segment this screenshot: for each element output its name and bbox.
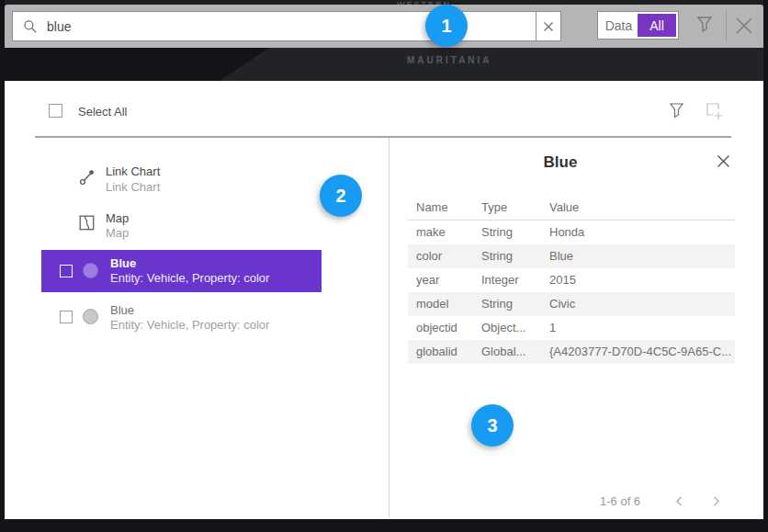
add-to-selection-button[interactable] — [706, 102, 724, 124]
pagination-next-button[interactable] — [710, 494, 722, 511]
cell-type: String — [481, 244, 513, 268]
table-row: make String Honda — [408, 221, 735, 244]
result-subtitle: Entity: Vehicle, Property: color — [110, 318, 269, 332]
result-checkbox[interactable] — [60, 311, 73, 323]
cell-type: String — [481, 292, 513, 316]
cell-value: {A4203777-D70D-4C5C-9A65-C... — [549, 340, 731, 364]
close-icon — [734, 16, 754, 36]
result-item-map[interactable] — [79, 215, 95, 234]
select-all-label: Select All — [78, 105, 127, 119]
cell-name: objectid — [416, 316, 457, 340]
chevron-left-icon — [673, 495, 685, 507]
entity-dot-icon — [83, 263, 98, 278]
cell-value: Civic — [549, 292, 575, 316]
result-title[interactable]: Link Chart — [106, 164, 160, 178]
result-subtitle: Link Chart — [106, 180, 160, 194]
toolbar-divider — [726, 10, 727, 41]
cell-name: year — [416, 268, 439, 292]
result-title: Blue — [110, 256, 136, 270]
detail-title: Blue — [404, 153, 717, 172]
column-header-name: Name — [416, 200, 448, 214]
close-icon — [717, 154, 730, 168]
cell-type: Integer — [481, 268, 518, 292]
map-landmass — [5, 48, 280, 81]
callout-badge-1: 1 — [425, 5, 468, 47]
scope-option-data[interactable]: Data — [600, 14, 638, 37]
toolbar-close-button[interactable] — [734, 16, 754, 40]
search-icon — [23, 19, 38, 34]
search-box: blue — [12, 11, 561, 41]
cell-name: make — [416, 221, 446, 244]
search-query-text: blue — [47, 19, 71, 34]
callout-badge-3: 3 — [471, 404, 514, 447]
add-selection-icon — [706, 102, 724, 120]
chevron-right-icon — [710, 495, 722, 507]
table-row: color String Blue — [408, 244, 735, 268]
results-filter-button[interactable] — [669, 102, 684, 124]
clear-icon — [543, 21, 554, 32]
cell-name: model — [416, 292, 448, 316]
clear-search-button[interactable] — [536, 11, 561, 41]
cell-type: Object... — [481, 316, 525, 340]
table-row: year Integer 2015 — [408, 268, 735, 292]
result-item-blue[interactable]: Blue Entity: Vehicle, Property: color — [41, 300, 322, 342]
result-subtitle: Map — [106, 226, 129, 240]
result-checkbox[interactable] — [60, 265, 73, 277]
detail-close-button[interactable] — [717, 154, 730, 172]
callout-badge-2: 2 — [320, 175, 362, 217]
cell-value: 1 — [549, 316, 556, 340]
result-item-link-chart[interactable] — [79, 168, 96, 189]
cell-type: String — [481, 221, 513, 244]
select-all-checkbox[interactable] — [49, 104, 62, 118]
cell-value: Blue — [549, 244, 573, 268]
column-header-value: Value — [549, 200, 579, 214]
filter-icon — [669, 102, 684, 120]
result-title[interactable]: Map — [106, 211, 129, 225]
filter-icon — [695, 15, 714, 35]
map-icon — [79, 215, 95, 231]
pagination-label: 1-6 of 6 — [600, 494, 640, 508]
result-title: Blue — [110, 303, 134, 317]
cell-name: globalid — [416, 340, 457, 364]
cell-value: Honda — [549, 221, 584, 244]
pagination-prev-button[interactable] — [673, 494, 685, 511]
cell-name: color — [416, 244, 442, 268]
map-background: MAURITANIA — [5, 48, 763, 81]
table-row: globalid Global... {A4203777-D70D-4C5C-9… — [408, 340, 735, 364]
header-divider — [35, 136, 731, 138]
cell-type: Global... — [481, 340, 525, 364]
table-row: objectid Object... 1 — [408, 316, 735, 340]
table-row: model String Civic — [408, 292, 735, 316]
link-chart-icon — [79, 168, 96, 186]
scope-option-all[interactable]: All — [638, 14, 676, 37]
list-detail-divider — [389, 138, 390, 517]
search-scope-toggle: Data All — [597, 11, 679, 40]
column-header-type: Type — [481, 200, 507, 214]
map-label-mauritania: MAURITANIA — [407, 55, 492, 65]
result-subtitle: Entity: Vehicle, Property: color — [110, 271, 269, 285]
cell-value: 2015 — [549, 268, 576, 292]
app-window: WESTERN blue Data All — [0, 0, 768, 532]
toolbar-filter-button[interactable] — [695, 15, 714, 39]
entity-dot-icon — [83, 309, 98, 324]
result-item-blue-selected[interactable]: Blue Entity: Vehicle, Property: color — [41, 250, 322, 292]
